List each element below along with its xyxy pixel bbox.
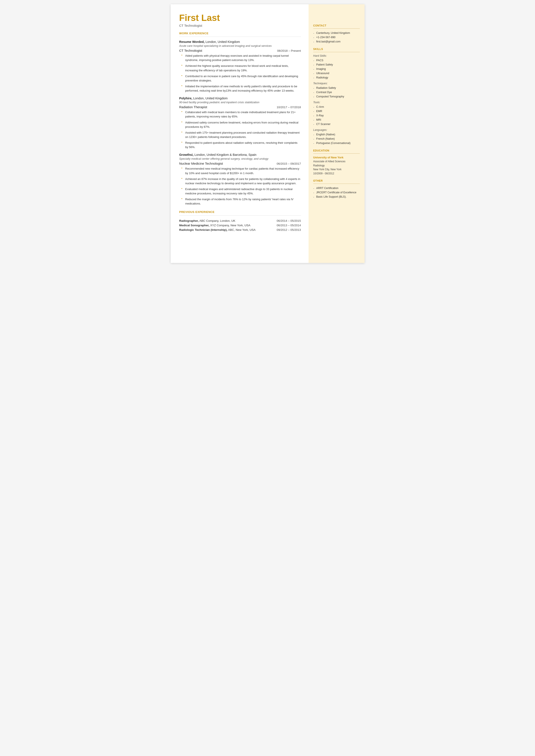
edu-location: New York City, New York xyxy=(313,167,360,172)
previous-experience-heading: PREVIOUS EXPERIENCE xyxy=(179,210,301,213)
employer-name-3: Growthsi, London, United Kingdom & Barce… xyxy=(179,153,301,157)
job-row-3: Nuclear Medicine Technologist 06/2015 – … xyxy=(179,162,301,165)
tool-ct-scanner: CT Scanner xyxy=(313,122,360,126)
job-title-2: Radiation Therapist xyxy=(179,105,207,109)
employer-subtitle-2: 90-bed facility providing pediatric and … xyxy=(179,101,301,104)
languages-list: English (Native) French (Native) Portugu… xyxy=(313,132,360,145)
tool-x-ray: X-Ray xyxy=(313,113,360,118)
job-title-3: Nuclear Medicine Technologist xyxy=(179,162,223,165)
techniques-list: Radiation Safety Contrast Dye Computed T… xyxy=(313,86,360,99)
edu-degree: Associate of Allied Sciences xyxy=(313,159,360,164)
other-divider xyxy=(313,183,360,184)
name-block: First Last CT Technologist xyxy=(179,13,301,27)
job-dates-1: 08/2018 – Present xyxy=(277,49,301,52)
bullet-list-3: Recommended new medical imaging techniqu… xyxy=(179,167,301,206)
other-list: ARRT Certification JRCERT Certificate of… xyxy=(313,186,360,199)
bullet-item: Achieved an 87% increase in the quality … xyxy=(182,177,301,185)
job-title-1: CT Technologist xyxy=(179,49,202,52)
prev-exp-row-2: Medical Sonographer, XYZ Company, New Yo… xyxy=(179,223,301,228)
language-english: English (Native) xyxy=(313,132,360,137)
bullet-item: Initiated the implementation of new meth… xyxy=(182,84,301,93)
resume-container: First Last CT Technologist WORK EXPERIEN… xyxy=(171,4,365,263)
bullet-item: Evaluated medical images and administere… xyxy=(182,187,301,196)
prev-exp-row-3: Radiologic Technician (Internship), ABC,… xyxy=(179,228,301,232)
contact-list: Canterbury, United Kingdom +1-234-567-89… xyxy=(313,31,360,44)
job-dates-2: 10/2017 – 07/2018 xyxy=(277,106,301,109)
tools-label: Tools: xyxy=(313,101,360,104)
contact-item-email: first.last@gmail.com xyxy=(313,40,360,44)
job-dates-3: 06/2015 – 09/2017 xyxy=(277,162,301,165)
skill-patient-safety: Patient Safety xyxy=(313,63,360,67)
education-heading: EDUCATION xyxy=(313,149,360,152)
work-experience-divider xyxy=(179,37,301,37)
other-arrt: ARRT Certification xyxy=(313,186,360,190)
technique-radiation-safety: Radiation Safety xyxy=(313,86,360,90)
employer-block-2: Polyhire, London, United Kingdom 90-bed … xyxy=(179,96,301,149)
contact-heading: CONTACT xyxy=(313,24,360,27)
skill-radiology: Radiology xyxy=(313,75,360,80)
previous-experience-table: Radiographer, ABC Company, London, UK 06… xyxy=(179,218,301,232)
skill-ultrasound: Ultrasound xyxy=(313,71,360,75)
work-experience-heading: WORK EXPERIENCE xyxy=(179,32,301,35)
tool-c-arm: C-Arm xyxy=(313,105,360,109)
language-portuguese: Portuguese (Conversational) xyxy=(313,141,360,145)
skill-imaging: Imaging xyxy=(313,67,360,71)
edu-dates: 10/2009 - 08/2012 xyxy=(313,172,360,176)
bullet-item: Addressed safety concerns before treatme… xyxy=(182,121,301,129)
left-column: First Last CT Technologist WORK EXPERIEN… xyxy=(171,4,309,263)
technique-ct: Computed Tomography xyxy=(313,95,360,99)
job-row-1: CT Technologist 08/2018 – Present xyxy=(179,49,301,52)
skill-pacs: PACS xyxy=(313,58,360,63)
right-column: CONTACT Canterbury, United Kingdom +1-23… xyxy=(309,4,365,263)
bullet-item: Recommended new medical imaging techniqu… xyxy=(182,167,301,175)
other-bls: Basic Life Support (BLS). xyxy=(313,195,360,199)
bullet-item: Aided patients with physical therapy exe… xyxy=(182,54,301,62)
other-jrcert: JRCERT Certificate of Excellence xyxy=(313,190,360,195)
tools-list: C-Arm EMR X-Ray MRI CT Scanner xyxy=(313,105,360,126)
employer-name-1: Resume Worded, London, United Kingdom xyxy=(179,40,301,44)
skills-heading: SKILLS xyxy=(313,48,360,51)
bullet-list-1: Aided patients with physical therapy exe… xyxy=(179,54,301,93)
tool-mri: MRI xyxy=(313,118,360,122)
techniques-label: Techniques: xyxy=(313,82,360,85)
bullet-item: Responded to patient questions about rad… xyxy=(182,141,301,149)
languages-label: Languages: xyxy=(313,128,360,131)
job-row-2: Radiation Therapist 10/2017 – 07/2018 xyxy=(179,105,301,109)
employer-block-1: Resume Worded, London, United Kingdom Ac… xyxy=(179,40,301,93)
technique-contrast-dye: Contrast Dye xyxy=(313,90,360,95)
bullet-item: Collaborated with medical team members t… xyxy=(182,110,301,119)
hard-skills-label: Hard Skills: xyxy=(313,54,360,57)
bullet-list-2: Collaborated with medical team members t… xyxy=(179,110,301,149)
contact-item-location: Canterbury, United Kingdom xyxy=(313,31,360,35)
contact-item-phone: +1-234-567-890 xyxy=(313,35,360,40)
other-heading: OTHER xyxy=(313,179,360,182)
edu-university: University of New York xyxy=(313,156,360,159)
employer-block-3: Growthsi, London, United Kingdom & Barce… xyxy=(179,153,301,206)
edu-field: Radiology xyxy=(313,164,360,168)
hard-skills-list: PACS Patient Safety Imaging Ultrasound R… xyxy=(313,58,360,80)
bullet-item: Reduced the margin of incidents from 76%… xyxy=(182,197,301,206)
bullet-item: Assisted with 175+ treatment planning pr… xyxy=(182,130,301,139)
employer-name-2: Polyhire, London, United Kingdom xyxy=(179,96,301,100)
candidate-title: CT Technologist xyxy=(179,24,301,27)
bullet-item: Achieved the highest quality assurance m… xyxy=(182,64,301,72)
bullet-item: Contributed to an increase in patient ca… xyxy=(182,74,301,83)
candidate-name: First Last xyxy=(179,13,301,23)
tool-emr: EMR xyxy=(313,109,360,113)
employer-subtitle-3: Specialty medical center offering genera… xyxy=(179,157,301,160)
language-french: French (Native) xyxy=(313,137,360,141)
employer-subtitle-1: Acute care hospital specializing in adva… xyxy=(179,44,301,47)
prev-exp-row-1: Radiographer, ABC Company, London, UK 06… xyxy=(179,218,301,223)
contact-divider xyxy=(313,28,360,29)
